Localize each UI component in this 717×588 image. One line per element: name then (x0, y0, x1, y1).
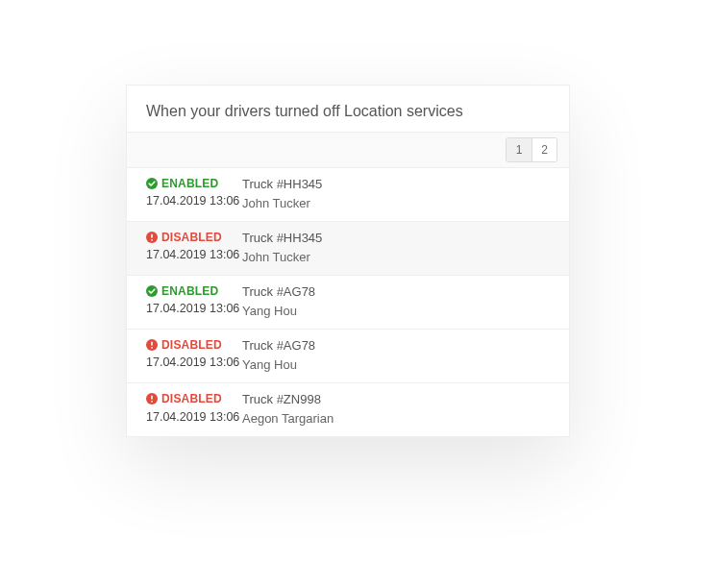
event-subject: Truck #HH345John Tucker (242, 176, 550, 211)
alert-circle-icon (146, 393, 158, 404)
vehicle-name: Truck #ZN998 (242, 391, 550, 408)
check-circle-icon (146, 178, 158, 189)
driver-name: John Tucker (242, 195, 550, 212)
event-subject: Truck #HH345John Tucker (242, 230, 550, 265)
event-list: ENABLED17.04.2019 13:06Truck #HH345John … (127, 168, 569, 436)
event-row: DISABLED17.04.2019 13:06Truck #ZN998Aego… (127, 383, 569, 436)
vehicle-name: Truck #AG78 (242, 283, 550, 301)
location-events-card: When your drivers turned off Location se… (126, 85, 570, 437)
timestamp: 17.04.2019 13:06 (146, 409, 242, 426)
alert-circle-icon (146, 232, 158, 243)
card-title: When your drivers turned off Location se… (127, 86, 569, 132)
alert-circle-icon (146, 339, 158, 351)
vehicle-name: Truck #AG78 (242, 337, 550, 355)
status-label: DISABLED (161, 231, 222, 244)
timestamp: 17.04.2019 13:06 (146, 193, 242, 209)
status-label: ENABLED (161, 284, 218, 298)
timestamp: 17.04.2019 13:06 (146, 355, 242, 371)
driver-name: Yang Hou (242, 356, 550, 374)
driver-name: John Tucker (242, 249, 550, 266)
event-row: ENABLED17.04.2019 13:06Truck #AG78Yang H… (127, 276, 569, 330)
check-circle-icon (146, 285, 158, 297)
event-subject: Truck #AG78Yang Hou (242, 337, 550, 373)
page-button-1[interactable]: 1 (507, 138, 532, 161)
pagination-bar: 12 (127, 132, 569, 168)
driver-name: Aegon Targarian (242, 410, 550, 428)
timestamp: 17.04.2019 13:06 (146, 301, 242, 317)
pagination: 12 (506, 137, 557, 162)
event-row: ENABLED17.04.2019 13:06Truck #HH345John … (127, 168, 569, 222)
status-disabled: DISABLED (146, 337, 242, 353)
svg-rect-9 (151, 396, 153, 400)
status-label: ENABLED (161, 177, 218, 190)
page-button-2[interactable]: 2 (532, 138, 556, 161)
event-row: DISABLED17.04.2019 13:06Truck #HH345John… (127, 222, 569, 276)
event-subject: Truck #AG78Yang Hou (242, 283, 550, 319)
event-meta: DISABLED17.04.2019 13:06 (146, 337, 242, 373)
event-meta: DISABLED17.04.2019 13:06 (146, 391, 242, 427)
status-label: DISABLED (161, 392, 222, 405)
status-disabled: DISABLED (146, 230, 242, 245)
svg-rect-6 (151, 342, 153, 346)
svg-point-3 (151, 239, 153, 241)
driver-name: Yang Hou (242, 303, 550, 320)
status-enabled: ENABLED (146, 176, 242, 191)
event-meta: ENABLED17.04.2019 13:06 (146, 283, 242, 319)
vehicle-name: Truck #HH345 (242, 176, 550, 193)
status-label: DISABLED (161, 338, 222, 352)
event-meta: DISABLED17.04.2019 13:06 (146, 230, 242, 265)
svg-point-7 (151, 347, 153, 349)
event-subject: Truck #ZN998Aegon Targarian (242, 391, 550, 427)
svg-point-10 (151, 401, 153, 403)
vehicle-name: Truck #HH345 (242, 230, 550, 247)
status-enabled: ENABLED (146, 283, 242, 299)
event-row: DISABLED17.04.2019 13:06Truck #AG78Yang … (127, 330, 569, 383)
timestamp: 17.04.2019 13:06 (146, 247, 242, 263)
event-meta: ENABLED17.04.2019 13:06 (146, 176, 242, 211)
status-disabled: DISABLED (146, 391, 242, 406)
svg-rect-2 (151, 234, 153, 238)
